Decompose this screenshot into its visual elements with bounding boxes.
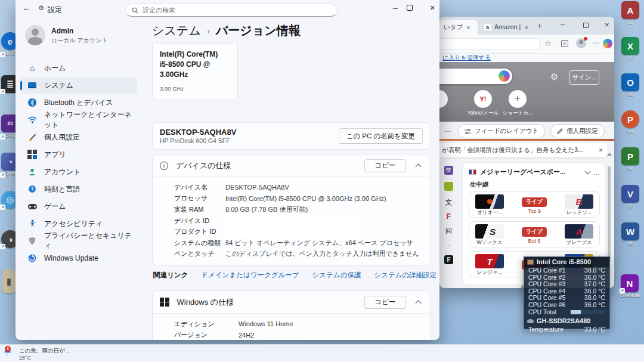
redsox-logo: B <box>565 194 593 209</box>
favorites-bar: に入りを管理する <box>439 54 614 62</box>
ntp-search-box[interactable] <box>439 69 512 84</box>
tab-close-icon[interactable]: × <box>525 24 528 31</box>
source-icon[interactable]: 回 <box>444 227 453 236</box>
collections-icon[interactable]: ≡ <box>561 40 568 47</box>
ssd-monitor-header: GH-SSDR2SA480 <box>524 315 609 326</box>
source-icon[interactable]: 技 <box>444 166 453 175</box>
scroll-thumb[interactable] <box>608 166 611 262</box>
brush-icon <box>27 132 37 142</box>
sidebar-item-gaming[interactable]: ゲーム <box>20 198 137 215</box>
copilot-icon[interactable] <box>603 39 612 48</box>
sidebar-item-accessibility[interactable]: アクセシビリティ <box>20 215 137 232</box>
copy-button[interactable]: コピー <box>364 296 406 309</box>
desktop-icon-excel[interactable]: Xel <box>617 37 644 61</box>
desktop-icon-onenote[interactable]: N↗OneNote <box>615 274 644 298</box>
source-icon[interactable]: ◦ <box>444 241 453 250</box>
game-row[interactable]: オリオー... ライブTop 9 Bレッドソ... <box>469 191 600 218</box>
source-icon[interactable] <box>444 182 453 191</box>
profile-avatar[interactable] <box>576 38 586 48</box>
personalize-button[interactable]: 個人用設定 <box>550 124 605 138</box>
feed-more-icon[interactable]: … <box>444 125 451 134</box>
rename-pc-button[interactable]: この PC の名前を変更 <box>339 128 423 144</box>
desktop-icon-green-app[interactable]: Pce <box>617 147 644 171</box>
excel-icon: X <box>621 37 639 55</box>
browser-close-button[interactable]: × <box>605 20 609 29</box>
shortcut-arrow-icon: ↗ <box>620 288 625 293</box>
desktop-icon-access[interactable]: Ass <box>617 1 644 25</box>
back-button[interactable]: ← <box>23 4 30 13</box>
card-more-icon[interactable]: … <box>593 169 600 176</box>
scroll-up-arrow[interactable] <box>607 153 612 156</box>
browser-tab-amazon[interactable]: a Amazon | ホ × <box>480 20 532 35</box>
device-spec-card: i デバイスの仕様 コピー デバイス名DESKTOP-5AQHA8V プロセッサ… <box>152 154 431 265</box>
minimize-button[interactable]: ─ <box>386 1 404 15</box>
plus-icon: + <box>509 90 527 108</box>
copilot-icon[interactable] <box>499 70 510 82</box>
sidebar-item-network[interactable]: ネットワークとインターネット <box>20 112 137 128</box>
live-section-label: 生中継 <box>470 181 489 189</box>
ntp-settings-gear-icon[interactable]: ⚙ <box>550 72 558 82</box>
windows-spec-header[interactable]: Windows の仕様 コピー <box>153 291 430 314</box>
game-row[interactable]: SWソックス ライブBot 6 Aブレーブス <box>469 221 600 247</box>
sidebar-item-privacy[interactable]: プライバシーとセキュリティ <box>20 233 137 249</box>
sidebar-item-personalization[interactable]: 個人用設定 <box>20 129 137 146</box>
link-domain-workgroup[interactable]: ドメインまたはワークグループ <box>201 271 299 280</box>
browser-menu-icon[interactable]: … <box>592 37 599 45</box>
maximize-button[interactable] <box>407 5 413 11</box>
breadcrumb-system[interactable]: システム <box>152 23 201 39</box>
chevron-down-icon[interactable] <box>585 169 591 175</box>
news-ticker[interactable]: が表明「会談場所は後日決まる」自身も交えた3... × <box>439 143 608 157</box>
taskbar: ☂ 3 この先、雨の日が... 28°C 検索 O T ⚙ ∧ <box>0 344 644 362</box>
favorite-star-icon[interactable]: ☆ <box>544 39 552 48</box>
shortcut-tile[interactable] <box>439 90 448 108</box>
shortcut-tile-yahoo-mail[interactable]: Y! Yahoo!メール <box>467 90 499 117</box>
shortcut-tile-add[interactable]: + ショートカ... <box>501 90 534 117</box>
orioles-logo <box>475 194 504 209</box>
tab-close-icon[interactable]: × <box>466 24 470 31</box>
link-advanced-settings[interactable]: システムの詳細設定 <box>374 271 436 280</box>
user-profile[interactable]: Admin ローカル アカウント <box>25 25 138 47</box>
windows-spec-table: エディションWindows 11 Home バージョン24H2 <box>174 318 425 340</box>
outlook-icon: O <box>621 73 639 91</box>
sidebar-item-apps[interactable]: アプリ <box>20 146 137 163</box>
breadcrumb: システム › バージョン情報 <box>152 23 301 39</box>
sidebar-item-home[interactable]: ⌂ホーム <box>20 60 137 76</box>
sidebar-item-bluetooth[interactable]: Bluetooth とデバイス <box>20 94 137 111</box>
link-system-protection[interactable]: システムの保護 <box>312 271 361 280</box>
visio-icon: V <box>621 185 639 203</box>
copy-button[interactable]: コピー <box>364 159 406 172</box>
desktop-icon-outlook[interactable]: Ook <box>617 73 644 97</box>
cpu-name-line2: i5-8500 CPU @ <box>160 60 230 70</box>
accessibility-person-icon <box>27 219 37 228</box>
source-icon[interactable]: F <box>444 212 453 221</box>
source-icon[interactable]: 文 <box>444 198 453 207</box>
weather-widget[interactable]: ☂ 3 この先、雨の日が... 28°C <box>4 345 93 362</box>
device-spec-header[interactable]: i デバイスの仕様 コピー <box>153 154 430 177</box>
sidebar-item-accounts[interactable]: アカウント <box>20 163 137 180</box>
settings-search-input[interactable]: 設定の検索 <box>125 4 338 17</box>
feed-layout-button[interactable]: フィードのレイアウト <box>458 124 545 138</box>
address-bar[interactable] <box>439 38 541 50</box>
system-icon <box>27 81 37 90</box>
new-tab-button[interactable]: + <box>537 21 542 30</box>
signin-button[interactable]: サイン... <box>569 70 599 85</box>
sidebar-item-time-language[interactable]: 時刻と言語 <box>20 181 137 197</box>
ticker-close-icon[interactable]: × <box>599 146 603 154</box>
ntp-background-photo: ⚙ サイン... Y! Yahoo!メール + ショートカ... <box>439 62 614 122</box>
collapse-chevron-icon[interactable] <box>416 163 422 169</box>
desktop-icon-powerpoint[interactable]: Pint <box>617 110 644 134</box>
collapse-chevron-icon[interactable] <box>416 300 422 306</box>
browser-tab-newtab[interactable]: いタブ × <box>439 20 478 35</box>
desktop-icon-visio[interactable]: Vio <box>617 185 644 209</box>
desktop-icon-word[interactable]: Wrd <box>617 222 644 246</box>
alert-badge: 3 <box>5 346 11 352</box>
sliders-icon <box>465 129 471 134</box>
sidebar-item-system[interactable]: システム <box>20 77 137 94</box>
browser-maximize-button[interactable] <box>583 23 589 28</box>
browser-minimize-button[interactable]: ─ <box>561 21 565 28</box>
source-icon[interactable]: F <box>444 255 453 264</box>
spec-row: 実装 RAM8.00 GB (7.78 GB 使用可能) <box>174 204 425 215</box>
sidebar-item-windows-update[interactable]: Windows Update <box>20 250 137 267</box>
manage-favorites-link[interactable]: に入りを管理する <box>442 54 491 62</box>
close-button[interactable]: ✕ <box>423 1 439 15</box>
